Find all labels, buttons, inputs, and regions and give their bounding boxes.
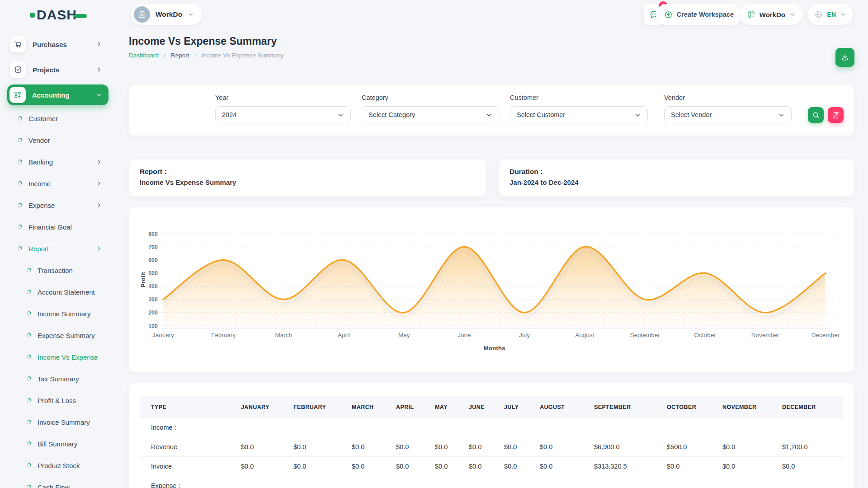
sidebar-item-banking[interactable]: Banking <box>7 151 108 173</box>
cell-value: $0.0 <box>282 437 340 457</box>
sidebar-item-financial-goal[interactable]: Financial Goal <box>7 216 108 238</box>
sidebar-item-label: Product Stock <box>38 462 80 469</box>
customer-select[interactable]: Select Customer <box>510 106 648 123</box>
workspace-menu-button[interactable]: WorkDo <box>740 4 803 25</box>
x-axis-tick-label: April <box>338 332 350 338</box>
table-section-row-expense: Expense : <box>140 476 844 488</box>
sidebar-item-income[interactable]: Income <box>7 173 108 194</box>
sidebar-item-accounting[interactable]: Accounting <box>7 84 108 105</box>
row-label: Revenue <box>140 437 230 457</box>
donut-bullet-icon <box>26 398 32 403</box>
report-table-card: TYPEJANUARYFEBRUARYMARCHAPRILMAYJUNEJULY… <box>129 383 854 488</box>
sidebar-item-label: Tax Summary <box>38 375 79 383</box>
column-header-june: JUNE <box>458 396 493 418</box>
sidebar-item-label: Bill Summary <box>38 440 77 448</box>
cell-value: $0.0 <box>385 457 424 476</box>
download-report-button[interactable] <box>835 48 854 67</box>
sidebar-item-customer[interactable]: Customer <box>7 108 108 129</box>
cell-value: $500.0 <box>656 437 711 457</box>
sidebar-item-label: Accounting <box>32 91 70 99</box>
filter-row: Year2024CategorySelect CategoryCustomerS… <box>215 94 844 123</box>
breadcrumb-item-dashboard[interactable]: Dashboard <box>129 52 159 59</box>
sidebar-item-purchases[interactable]: Purchases <box>7 32 108 57</box>
column-header-march: MARCH <box>340 396 385 418</box>
y-axis-tick-label: 300 <box>148 296 158 303</box>
donut-bullet-icon <box>26 419 32 425</box>
create-workspace-button[interactable]: Create Workspace <box>656 4 742 25</box>
sidebar-item-transaction[interactable]: Transaction <box>7 259 108 281</box>
sidebar-item-cash-flow[interactable]: Cash Flow <box>7 476 108 488</box>
topbar: DASH WorkDo 0 Create Workspace WorkDo EN <box>0 0 868 30</box>
x-axis-tick-label: June <box>458 332 471 338</box>
y-axis-tick-label: 700 <box>148 244 158 250</box>
chevron-right-icon <box>162 53 167 58</box>
x-axis-tick-label: December <box>811 332 840 338</box>
report-card: Report :Income Vs Expense Summary <box>129 160 486 197</box>
column-header-december: DECEMBER <box>771 396 844 418</box>
sidebar-item-report[interactable]: Report <box>7 238 108 259</box>
vendor-select[interactable]: Select Vendor <box>664 106 792 123</box>
language-selector[interactable]: EN <box>808 4 853 25</box>
cell-value: $0.0 <box>340 457 385 476</box>
year-select[interactable]: 2024 <box>215 106 351 123</box>
y-axis-tick-label: 500 <box>148 270 158 277</box>
x-axis-tick-label: January <box>152 332 174 338</box>
column-header-july: JULY <box>493 396 528 418</box>
cell-value: $0.0 <box>424 457 458 476</box>
filter-label: Vendor <box>664 94 792 101</box>
sidebar-item-label: Transaction <box>38 267 73 274</box>
sidebar-item-bill-summary[interactable]: Bill Summary <box>7 433 108 455</box>
chevron-down-icon <box>789 11 796 18</box>
breadcrumb: DashboardReportIncome Vs Expense Summary <box>129 52 854 59</box>
sidebar-item-label: Vendor <box>28 136 50 144</box>
sidebar-item-label: Account Statement <box>38 288 95 296</box>
column-header-february: FEBRUARY <box>282 396 340 418</box>
y-axis-tick-label: 600 <box>148 257 158 263</box>
cell-value: $0.0 <box>424 437 458 457</box>
chevron-right-icon <box>96 159 102 165</box>
breadcrumb-item-report[interactable]: Report <box>171 52 189 59</box>
sidebar-item-label: Income <box>28 180 51 188</box>
sidebar-item-product-stock[interactable]: Product Stock <box>7 455 108 476</box>
sidebar-item-invoice-summary[interactable]: Invoice Summary <box>7 411 108 433</box>
summary-cards-row: Report :Income Vs Expense SummaryDuratio… <box>129 160 854 197</box>
logo-dash-bar <box>74 14 87 18</box>
y-axis-title: Profit <box>140 272 146 287</box>
x-axis-title: Months <box>484 345 505 352</box>
workspace-switcher-label: WorkDo <box>156 10 182 19</box>
chevron-down-icon <box>840 11 846 18</box>
sidebar-item-expense-summary[interactable]: Expense Summary <box>7 324 108 346</box>
donut-bullet-icon <box>17 246 23 251</box>
cell-value: $0.0 <box>282 457 340 476</box>
reset-filter-button[interactable] <box>828 107 844 123</box>
sidebar-item-label: Invoice Summary <box>38 418 90 426</box>
cell-value: $0.0 <box>493 437 528 457</box>
sidebar-item-expense[interactable]: Expense <box>7 194 108 216</box>
chevron-right-icon <box>96 66 102 73</box>
table-row-invoice: Invoice$0.0$0.0$0.0$0.0$0.0$0.0$0.0$0.0$… <box>140 457 844 476</box>
sidebar-item-income-vs-expense[interactable]: Income Vs Expense <box>7 346 108 368</box>
sidebar-item-label: Profit & Loss <box>38 397 76 404</box>
donut-bullet-icon <box>26 311 32 316</box>
building-icon <box>137 10 146 19</box>
x-axis-tick-label: October <box>694 332 717 338</box>
sidebar-item-vendor[interactable]: Vendor <box>7 129 108 151</box>
create-workspace-label: Create Workspace <box>677 11 734 18</box>
sidebar-item-label: Customer <box>28 115 58 122</box>
chevron-down-icon <box>96 92 102 98</box>
sidebar-item-account-statement[interactable]: Account Statement <box>7 281 108 303</box>
sidebar-item-income-summary[interactable]: Income Summary <box>7 303 108 324</box>
workspace-switcher[interactable]: WorkDo <box>131 4 202 25</box>
category-select[interactable]: Select Category <box>362 106 499 123</box>
sidebar-menu: PurchasesProjectsAccountingCustomerVendo… <box>7 32 108 488</box>
donut-bullet-icon <box>26 354 32 360</box>
sidebar-item-label: Projects <box>33 66 59 74</box>
apply-filter-button[interactable] <box>808 107 824 123</box>
sidebar-item-tax-summary[interactable]: Tax Summary <box>7 368 108 389</box>
sidebar-item-projects[interactable]: Projects <box>7 57 108 82</box>
donut-bullet-icon <box>26 484 32 488</box>
column-header-october: OCTOBER <box>656 396 711 418</box>
donut-bullet-icon <box>17 137 23 143</box>
sidebar-item-profit-loss[interactable]: Profit & Loss <box>7 389 108 411</box>
section-label: Income : <box>140 418 844 437</box>
